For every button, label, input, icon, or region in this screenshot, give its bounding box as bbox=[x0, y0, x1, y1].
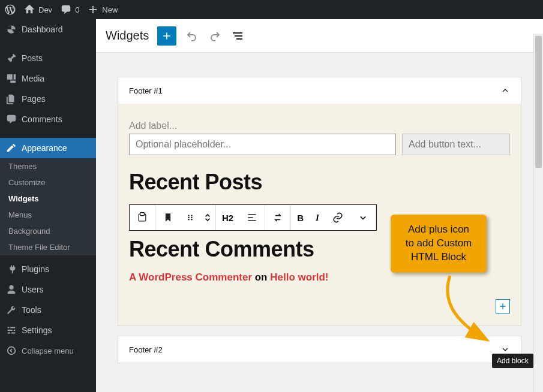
list-view-icon bbox=[230, 29, 245, 43]
plus-icon bbox=[88, 4, 98, 15]
sliders-icon bbox=[6, 325, 17, 336]
italic-button[interactable]: I bbox=[310, 205, 325, 230]
comments-count: 0 bbox=[75, 5, 79, 14]
svg-point-8 bbox=[191, 219, 193, 221]
sidebar-item-media[interactable]: Media bbox=[0, 68, 96, 89]
svg-rect-2 bbox=[140, 213, 145, 216]
media-icon bbox=[6, 73, 17, 84]
annotation-callout: Add plus icon to add Custom HTML Block bbox=[391, 215, 487, 273]
dashboard-icon bbox=[6, 24, 17, 35]
placeholder-input[interactable] bbox=[129, 134, 396, 155]
sidebar-sub-widgets[interactable]: Widgets bbox=[0, 191, 96, 207]
undo-button[interactable] bbox=[185, 29, 199, 43]
move-handle[interactable] bbox=[181, 205, 200, 230]
recent-posts-heading: Recent Posts bbox=[129, 170, 510, 195]
new-label: New bbox=[102, 5, 118, 14]
link-button[interactable] bbox=[325, 205, 350, 230]
swap-icon bbox=[272, 212, 284, 224]
svg-point-7 bbox=[188, 219, 190, 221]
new-content[interactable]: New bbox=[88, 4, 118, 15]
svg-point-4 bbox=[191, 215, 193, 216]
heading-level-button[interactable]: H2 bbox=[216, 205, 239, 230]
site-name: Dev bbox=[38, 5, 52, 14]
editor-title: Widgets bbox=[106, 29, 149, 43]
link-icon bbox=[332, 212, 344, 224]
collapse-icon bbox=[6, 345, 17, 356]
widget-area-title: Footer #1 bbox=[129, 86, 163, 95]
comments-icon bbox=[6, 114, 17, 125]
comment-post-link[interactable]: Hello world! bbox=[270, 272, 328, 283]
add-label-text: Add label... bbox=[129, 120, 510, 131]
sidebar-sub-background[interactable]: Background bbox=[0, 223, 96, 239]
heading-block-icon bbox=[136, 212, 148, 224]
pages-icon bbox=[6, 94, 17, 104]
sidebar-item-posts[interactable]: Posts bbox=[0, 48, 96, 68]
bookmark-icon bbox=[162, 212, 174, 224]
sidebar-item-comments[interactable]: Comments bbox=[0, 109, 96, 129]
plus-icon bbox=[161, 30, 173, 42]
scrollbar-thumb[interactable] bbox=[535, 36, 542, 168]
svg-point-0 bbox=[8, 347, 16, 355]
sidebar-item-appearance[interactable]: Appearance bbox=[0, 138, 96, 158]
align-button[interactable] bbox=[239, 205, 265, 230]
site-home[interactable]: Dev bbox=[24, 4, 52, 15]
list-view-button[interactable] bbox=[230, 29, 245, 43]
bold-button[interactable]: B bbox=[291, 205, 310, 230]
comments-bubble[interactable]: 0 bbox=[61, 4, 79, 15]
annotation-arrow bbox=[432, 270, 504, 354]
redo-icon bbox=[208, 29, 222, 43]
button-text-input[interactable] bbox=[402, 134, 510, 155]
add-block-tooltip: Add block bbox=[492, 354, 533, 368]
sidebar-item-pages[interactable]: Pages bbox=[0, 89, 96, 109]
redo-button[interactable] bbox=[208, 29, 222, 43]
drag-dots-icon bbox=[184, 212, 196, 224]
admin-sidebar: Dashboard Posts Media Pages Comments App… bbox=[0, 19, 96, 392]
chevron-down-icon bbox=[357, 212, 369, 224]
block-type-button[interactable] bbox=[130, 205, 155, 230]
editor-header: Widgets bbox=[96, 19, 543, 53]
wordpress-icon bbox=[5, 4, 16, 15]
sidebar-item-dashboard[interactable]: Dashboard bbox=[0, 19, 96, 40]
comment-author-link[interactable]: A WordPress Commenter bbox=[129, 272, 252, 283]
sidebar-sub-menus[interactable]: Menus bbox=[0, 207, 96, 223]
pin-icon bbox=[6, 53, 17, 64]
sidebar-item-plugins[interactable]: Plugins bbox=[0, 259, 96, 279]
more-rich-text-button[interactable] bbox=[350, 205, 376, 230]
wp-logo[interactable] bbox=[5, 4, 16, 15]
brush-icon bbox=[6, 143, 17, 153]
svg-point-3 bbox=[188, 215, 190, 216]
comment-on-text: on bbox=[255, 272, 268, 283]
sidebar-item-settings[interactable]: Settings bbox=[0, 320, 96, 340]
sidebar-sub-theme-file-editor[interactable]: Theme File Editor bbox=[0, 239, 96, 255]
home-icon bbox=[24, 4, 35, 15]
sidebar-sub-customize[interactable]: Customize bbox=[0, 174, 96, 191]
vertical-scrollbar[interactable] bbox=[533, 34, 543, 392]
sidebar-collapse[interactable]: Collapse menu bbox=[0, 340, 96, 361]
comment-icon bbox=[61, 4, 71, 15]
widget-area-header[interactable]: Footer #1 bbox=[118, 77, 521, 104]
svg-point-5 bbox=[188, 217, 190, 219]
svg-point-6 bbox=[191, 217, 193, 219]
widget-area-title: Footer #2 bbox=[129, 345, 163, 354]
admin-bar: Dev 0 New bbox=[0, 0, 543, 19]
chevrons-icon bbox=[202, 212, 214, 224]
move-up-down[interactable] bbox=[200, 205, 215, 230]
undo-icon bbox=[185, 29, 199, 43]
chevron-up-icon bbox=[500, 86, 510, 95]
sidebar-item-users[interactable]: Users bbox=[0, 279, 96, 300]
sidebar-item-tools[interactable]: Tools bbox=[0, 300, 96, 320]
wrench-icon bbox=[6, 304, 17, 315]
block-toolbar: H2 B I bbox=[129, 204, 377, 231]
plug-icon bbox=[6, 264, 17, 275]
sidebar-sub-themes[interactable]: Themes bbox=[0, 158, 96, 174]
add-block-header-button[interactable] bbox=[157, 26, 176, 46]
user-icon bbox=[6, 284, 17, 295]
drag-handle[interactable] bbox=[155, 205, 181, 230]
transform-button[interactable] bbox=[265, 205, 290, 230]
align-icon bbox=[246, 212, 258, 224]
